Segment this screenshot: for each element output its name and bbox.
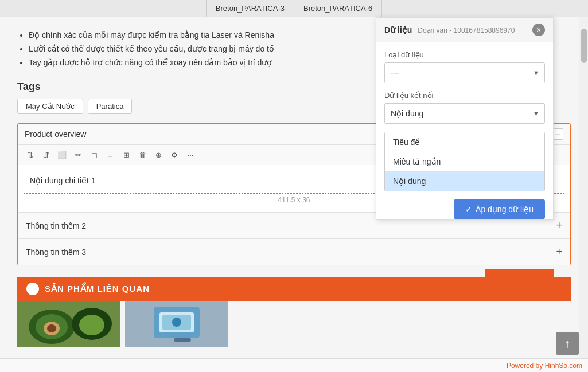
scrollbar-thumb[interactable]: [581, 29, 587, 63]
related-products-text: SẢN PHẨM LIÊN QUAN: [45, 284, 150, 294]
product-image-2: [125, 301, 228, 347]
toolbar-btn-move-up[interactable]: ⇅: [22, 147, 37, 162]
toolbar-btn-delete[interactable]: 🗑: [135, 147, 150, 162]
field1-select[interactable]: ---: [384, 62, 545, 83]
field1-select-wrapper: ---: [384, 62, 545, 83]
svg-point-4: [47, 324, 56, 332]
toolbar-btn-grid[interactable]: ⊞: [119, 147, 134, 162]
svg-rect-12: [174, 338, 191, 342]
toolbar-btn-list[interactable]: ≡: [103, 147, 118, 162]
bottom-bar: Powered by HinhSo.com: [0, 358, 588, 372]
apply-label: Áp dụng dữ liệu: [476, 205, 534, 214]
data-panel: Dữ liệu Đoạn văn - 1001678158896970 × Lo…: [376, 17, 554, 220]
panel-title: Dữ liệu: [384, 25, 412, 34]
powered-by-text: Powered by HinhSo.com: [507, 362, 582, 370]
toolbar-btn-edit[interactable]: ✏: [71, 147, 85, 162]
product-images-row: [17, 301, 571, 347]
tab-bar: Breton_PARATICA-3 Breton_PARATICA-6: [0, 0, 588, 17]
field2-select-wrapper: Nội dung Tiêu đề Miêu tả ngắn: [384, 103, 545, 124]
dropdown-item-mieutangan[interactable]: Miêu tả ngắn: [385, 152, 544, 171]
tab-paratica-3[interactable]: Breton_PARATICA-3: [206, 0, 294, 17]
orange-block: [485, 269, 554, 298]
svg-point-6: [79, 315, 104, 335]
panel-header: Dữ liệu Đoạn văn - 1001678158896970 ×: [376, 18, 553, 42]
panel-body: Loại dữ liệu --- Dữ liệu kết nối Nội dun…: [376, 42, 553, 207]
dropdown-list: Tiêu đề Miêu tả ngắn Nội dung: [384, 132, 545, 191]
tab-paratica-6[interactable]: Breton_PARATICA-6: [294, 0, 382, 17]
minimize-button[interactable]: −: [552, 128, 563, 140]
panel-subtitle: Đoạn văn - 1001678158896970: [418, 26, 515, 34]
accordion-plus-icon-1: +: [556, 220, 562, 232]
toolbar-btn-add[interactable]: ⊕: [151, 147, 166, 162]
accordion-header-2[interactable]: Thông tin thêm 3 +: [18, 239, 570, 265]
accordion-item-2: Thông tin thêm 3 +: [18, 238, 570, 265]
related-circle-icon: [26, 283, 39, 295]
scroll-top-button[interactable]: ↑: [556, 332, 579, 355]
svg-point-11: [172, 318, 181, 327]
apply-data-button[interactable]: ✓ Áp dụng dữ liệu: [454, 199, 545, 219]
dropdown-item-tieude[interactable]: Tiêu đề: [385, 132, 544, 152]
apply-icon: ✓: [465, 205, 472, 214]
field2-select[interactable]: Nội dung Tiêu đề Miêu tả ngắn: [384, 103, 545, 124]
toolbar-btn-more[interactable]: ···: [183, 147, 198, 162]
field1-label: Loại dữ liệu: [384, 50, 545, 59]
accordion-plus-icon-2: +: [556, 246, 562, 258]
product-image-1: [17, 301, 120, 347]
tag-paratica[interactable]: Paratica: [88, 99, 133, 114]
panel-close-button[interactable]: ×: [532, 24, 545, 36]
toolbar-btn-clear[interactable]: ◻: [87, 147, 102, 162]
scrollbar[interactable]: [579, 17, 588, 372]
panel-title-area: Dữ liệu Đoạn văn - 1001678158896970: [384, 25, 515, 34]
field2-label: Dữ liệu kết nối: [384, 91, 545, 100]
tag-may-cat-nuoc[interactable]: Máy Cắt Nước: [17, 99, 83, 114]
accordion-title-2: Thông tin thêm 3: [26, 248, 86, 257]
toolbar-btn-box[interactable]: ⬜: [54, 147, 69, 162]
accordion-title-1: Thông tin thêm 2: [26, 221, 86, 230]
dropdown-item-noidung[interactable]: Nội dung: [385, 171, 544, 191]
toolbar-btn-move-down[interactable]: ⇵: [38, 147, 53, 162]
product-overview-title: Product overview: [25, 130, 86, 139]
toolbar-btn-settings[interactable]: ⚙: [167, 147, 182, 162]
